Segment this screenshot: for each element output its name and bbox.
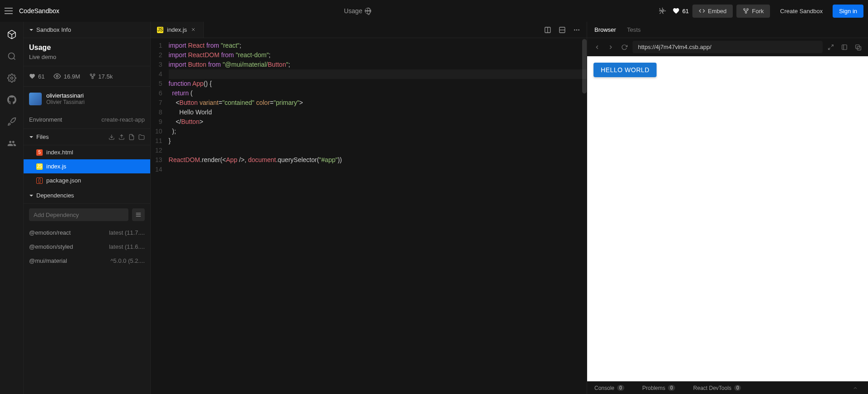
dep-version: ^5.0.0 (5.2.... bbox=[111, 257, 145, 264]
svg-point-23 bbox=[578, 29, 579, 30]
editor-area: JS index.js 12345678910 bbox=[151, 22, 587, 394]
activity-github-icon[interactable] bbox=[6, 94, 17, 105]
author-info: oliviertassinari Olivier Tassinari bbox=[46, 92, 84, 105]
file-item-package-json[interactable]: {}package.json bbox=[24, 173, 150, 187]
code-editor[interactable]: 1234567891011121314 import React from "r… bbox=[151, 38, 587, 394]
globe-icon bbox=[365, 8, 371, 14]
dep-item[interactable]: @emotion/reactlatest (11.7.... bbox=[24, 226, 150, 240]
dep-item[interactable]: @emotion/styledlatest (11.6.... bbox=[24, 240, 150, 254]
sandbox-info: Usage Live demo bbox=[24, 38, 150, 66]
download-icon[interactable] bbox=[108, 134, 115, 140]
header-title[interactable]: Usage bbox=[344, 7, 371, 15]
dep-item[interactable]: @mui/material^5.0.0 (5.2.... bbox=[24, 254, 150, 268]
dep-add-button[interactable] bbox=[132, 208, 145, 221]
nav-forward-icon[interactable] bbox=[605, 42, 616, 53]
more-icon[interactable] bbox=[570, 24, 583, 36]
code-line bbox=[169, 165, 587, 174]
chevron-up-icon[interactable] bbox=[850, 383, 861, 394]
likes-count: 61 bbox=[682, 8, 689, 15]
svg-point-21 bbox=[574, 29, 575, 30]
settings-icon[interactable] bbox=[656, 5, 669, 17]
stat-likes: 61 bbox=[29, 73, 44, 80]
activity-settings-icon[interactable] bbox=[6, 73, 17, 84]
devtools-console[interactable]: Console 0 bbox=[594, 385, 624, 391]
header: CodeSandbox Usage 61 Embed Fork Create S… bbox=[0, 0, 868, 22]
dep-version: latest (11.6.... bbox=[109, 243, 145, 250]
editor-tabs: JS index.js bbox=[151, 22, 587, 38]
dep-search-row bbox=[24, 204, 150, 226]
svg-point-1 bbox=[745, 12, 747, 14]
signin-button[interactable]: Sign in bbox=[833, 5, 863, 18]
svg-point-2 bbox=[744, 9, 745, 10]
code-line: ReactDOM.render(<App />, document.queryS… bbox=[169, 155, 587, 165]
preview-iframe[interactable]: HELLO WORLD bbox=[587, 56, 868, 381]
files-list: 5index.htmlJSindex.js{}package.json bbox=[24, 145, 150, 187]
main: Sandbox Info Usage Live demo 61 16.9M 17… bbox=[0, 22, 868, 394]
env-value: create-react-app bbox=[102, 116, 145, 123]
dep-name: @emotion/styled bbox=[29, 243, 73, 250]
preview-area: Browser Tests HELLO WOR bbox=[587, 22, 868, 394]
activity-search-icon[interactable] bbox=[6, 51, 17, 62]
code-line: return ( bbox=[169, 89, 587, 98]
js-icon: JS bbox=[36, 163, 43, 170]
author-row[interactable]: oliviertassinari Olivier Tassinari bbox=[24, 87, 150, 111]
devtools-problems[interactable]: Problems 0 bbox=[642, 385, 675, 391]
tab-tests[interactable]: Tests bbox=[627, 22, 641, 38]
svg-point-9 bbox=[92, 77, 93, 79]
files-header[interactable]: Files bbox=[24, 129, 150, 145]
sandbox-info-header[interactable]: Sandbox Info bbox=[24, 22, 150, 38]
activity-live-icon[interactable] bbox=[6, 138, 17, 149]
expand-icon[interactable] bbox=[825, 42, 836, 53]
sidebar: Sandbox Info Usage Live demo 61 16.9M 17… bbox=[24, 22, 151, 394]
code-line: import React from "react"; bbox=[169, 41, 587, 50]
upload-icon[interactable] bbox=[118, 134, 125, 140]
devtools-react[interactable]: React DevTools 0 bbox=[693, 385, 741, 391]
nav-back-icon[interactable] bbox=[592, 42, 603, 53]
popup-icon[interactable] bbox=[853, 42, 863, 53]
file-item-index-js[interactable]: JSindex.js bbox=[24, 159, 150, 173]
create-sandbox-button[interactable]: Create Sandbox bbox=[774, 5, 829, 18]
chevron-down-icon bbox=[29, 193, 34, 198]
close-icon[interactable] bbox=[191, 27, 197, 33]
sandbox-title-center: Usage bbox=[344, 7, 362, 15]
scrollbar-thumb[interactable] bbox=[582, 39, 587, 94]
dep-search-input[interactable] bbox=[29, 208, 128, 221]
header-actions: 61 Embed Fork Create Sandbox Sign in bbox=[656, 5, 863, 18]
dep-name: @emotion/react bbox=[29, 229, 71, 236]
devtools-bar: Console 0 Problems 0 React DevTools 0 bbox=[587, 381, 868, 394]
hello-world-button[interactable]: HELLO WORLD bbox=[593, 63, 657, 77]
code-line: ); bbox=[169, 127, 587, 136]
activity-deploy-icon[interactable] bbox=[6, 116, 17, 127]
tab-browser[interactable]: Browser bbox=[594, 22, 616, 38]
svg-point-5 bbox=[8, 53, 14, 59]
chevron-down-icon bbox=[29, 135, 34, 139]
author-realname: Olivier Tassinari bbox=[46, 99, 84, 105]
logo[interactable]: CodeSandbox bbox=[19, 7, 59, 15]
env-label: Environment bbox=[29, 116, 62, 123]
code-line: Hello World bbox=[169, 108, 587, 117]
split-vertical-icon[interactable] bbox=[541, 24, 554, 36]
fork-button[interactable]: Fork bbox=[736, 5, 770, 18]
svg-line-24 bbox=[831, 44, 833, 46]
code-line: <Button variant="contained" color="prima… bbox=[169, 98, 587, 108]
preview-tabs: Browser Tests bbox=[587, 22, 868, 38]
activity-bar bbox=[0, 22, 24, 394]
new-folder-icon[interactable] bbox=[138, 134, 145, 140]
new-file-icon[interactable] bbox=[128, 134, 135, 140]
url-input[interactable] bbox=[633, 41, 823, 53]
chevron-down-icon bbox=[29, 28, 34, 32]
file-item-index-html[interactable]: 5index.html bbox=[24, 145, 150, 159]
reload-icon[interactable] bbox=[619, 42, 630, 53]
new-window-icon[interactable] bbox=[839, 42, 850, 53]
deps-list: @emotion/reactlatest (11.7....@emotion/s… bbox=[24, 226, 150, 268]
split-horizontal-icon[interactable] bbox=[556, 24, 569, 36]
menu-button[interactable] bbox=[5, 8, 13, 14]
embed-button[interactable]: Embed bbox=[692, 5, 733, 18]
activity-sandbox-icon[interactable] bbox=[6, 29, 17, 40]
tab-index-js[interactable]: JS index.js bbox=[151, 22, 204, 38]
code-line: } bbox=[169, 136, 587, 146]
dependencies-header[interactable]: Dependencies bbox=[24, 187, 150, 204]
likes-button[interactable]: 61 bbox=[672, 7, 689, 15]
json-icon: {} bbox=[36, 177, 43, 184]
svg-point-10 bbox=[90, 74, 92, 76]
